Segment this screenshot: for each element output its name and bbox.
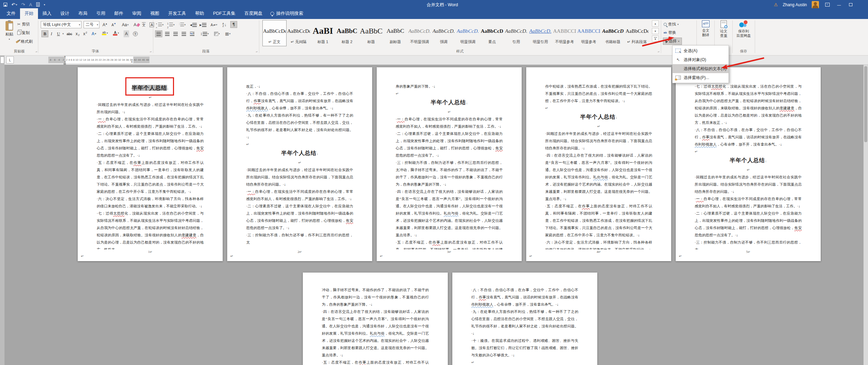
distributed-button[interactable] — [189, 30, 195, 37]
paper-check-button[interactable]: 论文查重 — [716, 20, 731, 38]
gallery-more-button[interactable]: ▼ — [652, 36, 659, 42]
superscript-button[interactable]: x2 — [82, 30, 88, 37]
decrease-indent-button[interactable]: ◂ — [189, 21, 198, 28]
copy-button[interactable]: 复制 — [17, 30, 30, 36]
align-right-button[interactable] — [172, 30, 179, 37]
paste-button[interactable]: 粘贴 ▾ — [2, 20, 17, 49]
menu-item-1[interactable]: 选择对象(O) — [673, 55, 729, 64]
style-item-2[interactable]: AaBI标题 1 — [311, 20, 335, 46]
show-marks-button[interactable]: ¶ — [230, 21, 237, 28]
gallery-scroll-up-button[interactable]: ▲ — [652, 20, 659, 27]
right-indent-marker[interactable]: ▲ — [131, 60, 133, 63]
style-item-13[interactable]: AABBCCDI明显参考 — [577, 20, 601, 46]
style-item-9[interactable]: AaBbCcD要点 — [480, 20, 504, 46]
style-item-4[interactable]: AaBbC标题 — [359, 20, 383, 46]
sort-button[interactable]: AZ↓ — [221, 21, 228, 28]
format-painter-button[interactable]: 格式刷 — [16, 39, 33, 44]
redo-button[interactable]: ↷ — [21, 2, 25, 7]
bullets-button[interactable]: ••▾ — [155, 21, 165, 28]
ribbon-tab-11[interactable]: PDF工具集 — [209, 8, 240, 19]
style-item-10[interactable]: AaBbCcD.引用 — [504, 20, 528, 46]
clipboard-dialog-launcher[interactable]: ⌐ — [35, 50, 37, 54]
style-item-7[interactable]: AaBbCcD.强调 — [432, 20, 456, 46]
underline-caret[interactable]: ▾ — [61, 30, 65, 37]
subscript-button[interactable]: x2 — [75, 30, 80, 37]
style-item-0[interactable]: AaBbCcDc↵ 正文 — [262, 20, 287, 46]
scrollbar-thumb[interactable] — [864, 66, 867, 142]
ribbon-display-options-button[interactable]: ^ — [824, 2, 831, 8]
replace-button[interactable]: ab替换 — [664, 30, 676, 35]
find-button[interactable]: 查找▾ — [664, 22, 679, 27]
style-item-8[interactable]: AaBbCcD.明显强调 — [456, 20, 480, 46]
menu-item-0[interactable]: 全选(A) — [673, 46, 729, 55]
numbering-button[interactable]: 12▾ — [166, 21, 176, 28]
ribbon-tab-1[interactable]: 开始 — [20, 8, 38, 19]
font-size-combo[interactable]: 二号▾ — [84, 21, 99, 28]
page-3[interactable]: 身的形象严重的下降。·↓↵半年个人总结↓↵·一：自卑心理，在现实生活中不同成度的… — [377, 67, 522, 261]
font-color-button[interactable]: A▾ — [112, 30, 120, 37]
font-dialog-launcher[interactable]: ⌐ — [150, 50, 151, 54]
menu-item-3[interactable]: 选择窗格(P)... — [673, 73, 729, 82]
first-line-indent-marker[interactable]: ▼ — [64, 56, 66, 58]
ribbon-tab-4[interactable]: 布局 — [74, 8, 92, 19]
page-7[interactable]: ·八：不自信，自信心不强，在办事，交往中，工作中，自信心不行，作事没有底气，底气… — [452, 273, 597, 365]
minimize-button[interactable]: — — [836, 2, 842, 8]
cut-button[interactable]: ✂剪切 — [17, 22, 30, 27]
style-item-6[interactable]: AaBbCcD.不明显强调 — [407, 20, 432, 46]
maximize-button[interactable] — [847, 2, 854, 8]
align-left-button[interactable] — [155, 30, 162, 37]
shrink-font-button[interactable]: A▾ — [110, 21, 117, 28]
ribbon-tab-7[interactable]: 审阅 — [128, 8, 146, 19]
ribbon-tab-12[interactable]: 百度网盘 — [240, 8, 267, 19]
page-1[interactable]: 半年个人总结↓↵·回顾过去的半年里的成长与进步，经过这半年时间在社会实践中所出现… — [78, 67, 223, 261]
ribbon-tab-0[interactable]: 文件 — [2, 8, 20, 19]
underline-button[interactable]: U — [56, 30, 61, 37]
ribbon-tab-9[interactable]: 开发工具 — [164, 8, 191, 19]
italic-button[interactable]: I — [50, 30, 53, 37]
line-spacing-button[interactable]: ↕▾ — [199, 30, 210, 37]
style-item-14[interactable]: AaBbCcD书籍标题 — [601, 20, 625, 46]
customize-qat-button[interactable]: ▾ — [44, 3, 45, 6]
hanging-indent-marker[interactable]: ▲ — [64, 60, 66, 63]
clear-formatting-button[interactable]: A — [133, 21, 141, 28]
account-name[interactable]: Zhang Austin — [783, 2, 807, 7]
increase-indent-button[interactable]: ▸ — [199, 21, 208, 28]
page-2[interactable]: 改正，·↓·八：不自信，自信心不强，在办事，交往中，工作中，自信心不行，作事没有… — [227, 67, 372, 261]
style-item-11[interactable]: AaBbCcD.明显引用 — [528, 20, 552, 46]
ribbon-tab-8[interactable]: 视图 — [146, 8, 164, 19]
borders-button[interactable]: ⊞▾ — [224, 30, 231, 37]
menu-item-2[interactable]: 选择格式相似的文本(S) — [673, 64, 729, 73]
ribbon-tab-2[interactable]: 插入 — [38, 8, 56, 19]
multilevel-list-button[interactable]: ⋮▾ — [177, 21, 187, 28]
undo-button[interactable]: ↶▾ — [11, 2, 17, 7]
ribbon-tab-10[interactable]: 帮助 — [191, 8, 209, 19]
change-case-button[interactable]: Aa▾ — [121, 21, 129, 28]
style-item-12[interactable]: AABBCCDI不明显参考 — [552, 20, 577, 46]
grow-font-button[interactable]: A▴ — [102, 21, 108, 28]
font-tool-button[interactable]: A — [29, 2, 32, 7]
gallery-scroll-down-button[interactable]: ▼ — [652, 28, 659, 34]
justify-button[interactable] — [181, 30, 187, 37]
enclose-characters-button[interactable]: 字 — [132, 30, 139, 37]
ribbon-tab-3[interactable]: 设计 — [56, 8, 74, 19]
save-button[interactable] — [3, 3, 7, 7]
align-center-button[interactable] — [164, 30, 171, 37]
style-item-15[interactable]: AaBbCcDc↵ 列表段落 — [625, 20, 649, 46]
character-shading-button[interactable]: A — [124, 30, 129, 37]
select-button[interactable]: 选择▾ — [663, 38, 682, 45]
text-effects-button[interactable]: A▾ — [90, 30, 97, 37]
ribbon-tab-6[interactable]: 邮件 — [110, 8, 128, 19]
paragraph-dialog-launcher[interactable]: ⌐ — [255, 50, 257, 54]
highlight-color-button[interactable]: ab▾ — [101, 30, 109, 37]
page-4[interactable]: 作中犯错误，没有熟悉工作游成，在没有把握的情况下乱下结论。不重视事实，只注重自己… — [526, 67, 671, 261]
asian-layout-button[interactable]: A⇄▾ — [210, 21, 218, 28]
style-item-1[interactable]: AaBbCcDc↵ 无间隔 — [287, 20, 311, 46]
print-preview-button[interactable] — [36, 2, 40, 7]
tell-me-search[interactable]: 操作说明搜索 — [267, 8, 307, 19]
style-item-3[interactable]: AaBbC标题 2 — [335, 20, 359, 46]
font-name-combo[interactable]: 等线 Light (中文▾ — [41, 21, 81, 28]
avatar[interactable] — [812, 1, 819, 8]
shading-button[interactable]: ▾ — [213, 30, 221, 37]
styles-dialog-launcher[interactable]: ⌐ — [657, 50, 659, 54]
save-to-baidu-button[interactable]: 保存到百度网盘 — [734, 20, 753, 38]
